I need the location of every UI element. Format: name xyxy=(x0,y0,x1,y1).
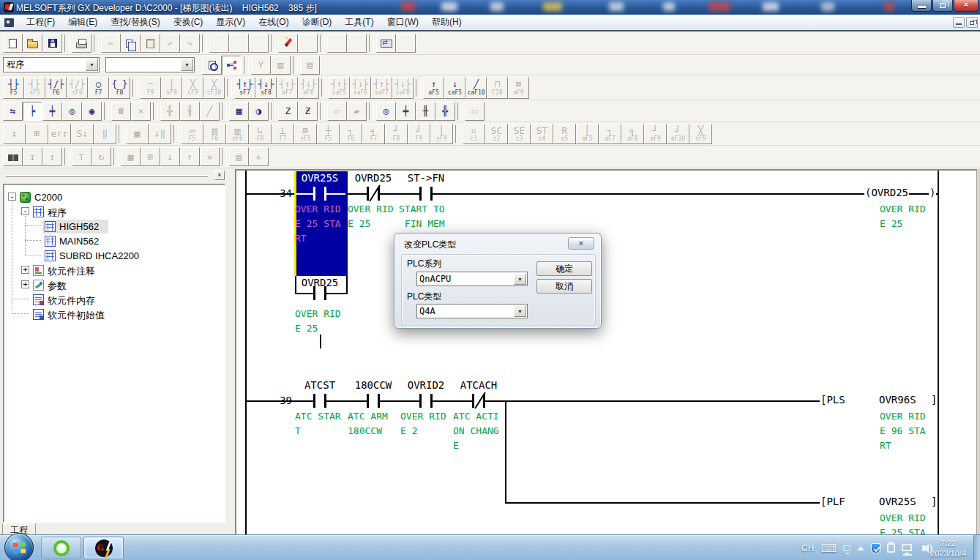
sfc-step-sort-button[interactable]: S↓ xyxy=(71,124,94,144)
delete-horizontal-line-button[interactable]: ╳cF9 xyxy=(182,77,203,99)
contact-ovrid2[interactable] xyxy=(419,394,433,408)
falling-pulse-button[interactable]: ┤↓├sF8 xyxy=(255,77,277,99)
read-mode-button[interactable]: ╞ xyxy=(23,102,42,121)
start-communication-button[interactable]: ☎ xyxy=(111,102,131,121)
sfc-simultaneous-divergence-button[interactable]: ╕F7 xyxy=(362,124,385,144)
logic-test-start-button[interactable]: ⇆ xyxy=(3,102,23,121)
sfc-jump-button[interactable]: ↳F8 xyxy=(249,124,272,144)
show-desktop-button[interactable] xyxy=(973,535,980,560)
operation-invert-button[interactable]: ╱caF10 xyxy=(465,77,487,99)
find-device-button[interactable] xyxy=(209,34,229,53)
menu-diagnostics[interactable]: 诊断(D) xyxy=(296,14,339,31)
network-icon[interactable] xyxy=(902,544,912,551)
expander-icon[interactable]: + xyxy=(21,266,29,274)
find-next-down-button[interactable]: ↓ xyxy=(160,147,180,166)
speaker-icon[interactable] xyxy=(919,544,929,553)
cross-reference-button[interactable]: ▦ xyxy=(121,147,141,166)
find-up-button[interactable]: ↥ xyxy=(42,147,62,166)
write-mode-button[interactable]: ╪ xyxy=(42,102,62,121)
sfc-se-button[interactable]: SEc3 xyxy=(508,124,531,144)
entry-monitor-button[interactable] xyxy=(347,34,367,53)
sfc-dummy-step-button[interactable]: ▥sF6 xyxy=(226,124,249,144)
chevron-down-icon[interactable]: ▼ xyxy=(86,59,98,71)
menu-convert[interactable]: 变换(C) xyxy=(167,14,210,31)
output-instruction-pls[interactable]: PLS xyxy=(820,394,846,406)
panel-grip[interactable] xyxy=(6,175,208,177)
program-check-button[interactable] xyxy=(396,34,416,53)
output-device[interactable]: OVR96S xyxy=(878,394,917,406)
rising-pulse-button[interactable]: ┤↑├sF7 xyxy=(234,77,255,99)
parameter-check-button[interactable] xyxy=(222,56,242,75)
sfc-sim-conv-write-button[interactable]: ╛aF10 xyxy=(667,124,689,144)
falling-pulse-closed-button[interactable]: ┤↓├saF6 xyxy=(350,77,371,99)
tray-clock[interactable]: 7:22 2023/10/4 xyxy=(930,538,966,559)
ime-toolbar-icon[interactable] xyxy=(843,545,850,551)
open-contact-parallel-button[interactable]: ┤├sF5 xyxy=(24,77,45,99)
close-button[interactable]: × xyxy=(954,0,979,12)
output-device[interactable]: OVR25S xyxy=(878,496,917,507)
entry-ladder-monitor-button[interactable]: ╫ xyxy=(416,102,435,121)
skip-run-button[interactable]: ╱ xyxy=(200,102,220,121)
mdi-minimize-button[interactable] xyxy=(953,17,965,28)
data-name-combo[interactable]: ▼ xyxy=(105,57,195,72)
contact-180ccw[interactable] xyxy=(367,394,380,408)
sfc-block-conversion-button[interactable]: ↧ xyxy=(3,124,26,144)
invert-result-rise-button[interactable]: ↑aF5 xyxy=(423,77,444,99)
local-device-monitor-button[interactable]: ▭ xyxy=(465,102,485,121)
sfc-error-check-button[interactable]: err xyxy=(48,124,71,144)
start-button[interactable] xyxy=(4,533,34,560)
restore-button[interactable] xyxy=(932,0,953,12)
cancel-button[interactable]: 取消 xyxy=(536,279,592,294)
menu-project[interactable]: 工程(F) xyxy=(20,14,61,31)
ok-button[interactable]: 确定 xyxy=(536,261,592,276)
menu-edit[interactable]: 编辑(E) xyxy=(61,14,104,31)
sfc-vline-write-button[interactable]: │aF5 xyxy=(576,124,599,144)
expander-icon[interactable]: + xyxy=(21,280,29,288)
minimize-button[interactable] xyxy=(911,0,932,12)
cascade-windows-button[interactable]: ▱ xyxy=(327,102,347,121)
device-use-list-button[interactable]: ⊞ xyxy=(141,147,160,166)
sfc-sel-conv-write-button[interactable]: ┘aF9 xyxy=(644,124,667,144)
tree-item-device-init[interactable]: 软元件初始值 xyxy=(4,307,225,322)
project-verify-button[interactable] xyxy=(202,56,222,75)
step-run-button[interactable]: ╬ xyxy=(160,102,180,121)
redo-button[interactable]: ↷ xyxy=(180,34,200,53)
sfc-sim-div-write-button[interactable]: ╕aF8 xyxy=(621,124,644,144)
sfc-comment-button[interactable]: ▫c1 xyxy=(463,124,485,144)
delete-vertical-line-button[interactable]: ╳cF10 xyxy=(203,77,225,99)
find-string-button[interactable] xyxy=(249,34,269,53)
sfc-sc-button[interactable]: SCc2 xyxy=(485,124,508,144)
menu-online[interactable]: 在线(O) xyxy=(252,14,295,31)
coil-button[interactable]: ○F7 xyxy=(88,77,109,99)
find-next-up-button[interactable]: ↑ xyxy=(180,147,200,166)
chevron-down-icon[interactable]: ▼ xyxy=(514,305,526,317)
device-batch-edit-button[interactable] xyxy=(298,34,318,53)
menu-help[interactable]: 帮助(H) xyxy=(425,14,468,31)
ladder-monitor-button[interactable] xyxy=(327,34,347,53)
contact-st-fn[interactable] xyxy=(419,187,433,201)
contact-atcach-nc[interactable] xyxy=(472,394,485,408)
delete-entry-ladder-button[interactable]: ╬ xyxy=(435,102,455,121)
expander-icon[interactable]: - xyxy=(8,193,16,201)
rising-pulse-closed-parallel-button[interactable]: ┤↑├saF7 xyxy=(371,77,392,99)
menu-find-replace[interactable]: 查找/替换(S) xyxy=(104,14,166,31)
partial-run-button[interactable]: ╫ xyxy=(180,102,200,121)
sfc-line-delete-button[interactable]: ╳cF9 xyxy=(689,124,712,144)
print-button[interactable] xyxy=(72,34,91,53)
find-instruction-button[interactable] xyxy=(229,34,249,53)
change-open-close-button[interactable]: ↻ xyxy=(91,147,111,166)
rising-pulse-parallel-button[interactable]: ┤↑├aF7 xyxy=(277,77,298,99)
falling-pulse-parallel-button[interactable]: ┤↓├aF8 xyxy=(298,77,319,99)
sfc-step-button[interactable]: ▭F5 xyxy=(181,124,203,144)
sfc-selection-convergence-button[interactable]: ┘F8 xyxy=(385,124,408,144)
comment-display-button[interactable]: Z xyxy=(278,102,298,121)
chevron-down-icon[interactable]: ▼ xyxy=(181,59,193,71)
falling-pulse-closed-parallel-button[interactable]: ┤↓├saF8 xyxy=(392,77,414,99)
sfc-block-display-button[interactable]: ▦ xyxy=(126,124,149,144)
rising-pulse-closed-button[interactable]: ┤↑├saF5 xyxy=(329,77,350,99)
find-button[interactable] xyxy=(3,147,23,166)
monitor-write-mode-button[interactable]: ◉ xyxy=(82,102,102,121)
find-down-button[interactable]: ↧ xyxy=(23,147,42,166)
tile-windows-button[interactable]: ▰ xyxy=(347,102,367,121)
open-contact-button[interactable]: ┤├F5 xyxy=(3,77,24,99)
